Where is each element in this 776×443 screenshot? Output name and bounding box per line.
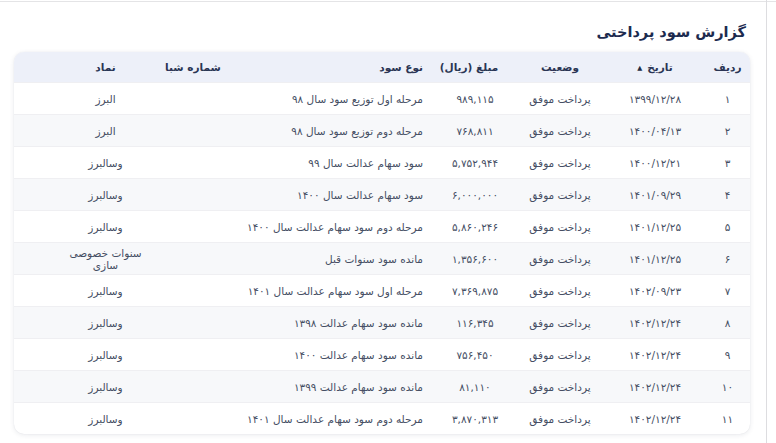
cell-mablagh: ۸۱,۱۱۰ bbox=[423, 371, 515, 403]
cell-radif: ۷ bbox=[705, 275, 750, 307]
cell-shomare_sheba bbox=[153, 147, 233, 179]
dividend-report-table: ردیفتاریخ▲وضعیتمبلغ (ریال)نوع سودشماره ش… bbox=[14, 52, 750, 434]
table-row: ۱۰۱۴۰۲/۱۲/۲۴پرداخت موفق۸۱,۱۱۰مانده سود س… bbox=[14, 371, 750, 403]
cell-namad: وسالبرز bbox=[14, 179, 153, 211]
cell-shomare_sheba bbox=[153, 403, 233, 435]
cell-shomare_sheba bbox=[153, 371, 233, 403]
cell-vaziat: پرداخت موفق bbox=[515, 243, 605, 275]
cell-tarikh: ۱۴۰۲/۱۲/۲۴ bbox=[605, 307, 705, 339]
page-side-border bbox=[766, 0, 767, 443]
cell-vaziat: پرداخت موفق bbox=[515, 179, 605, 211]
cell-nooe_sood: مانده سود سهام عدالت ۱۴۰۰ bbox=[233, 339, 423, 371]
table-row: ۲۱۴۰۰/۰۴/۱۳پرداخت موفق۷۶۸,۸۱۱مرحله دوم ت… bbox=[14, 115, 750, 147]
report-table-card: ردیفتاریخ▲وضعیتمبلغ (ریال)نوع سودشماره ش… bbox=[14, 52, 750, 434]
cell-mablagh: ۵,۸۶۰,۲۴۶ bbox=[423, 211, 515, 243]
cell-radif: ۸ bbox=[705, 307, 750, 339]
table-header-row: ردیفتاریخ▲وضعیتمبلغ (ریال)نوع سودشماره ش… bbox=[14, 52, 750, 83]
sort-ascending-icon[interactable]: ▲ bbox=[637, 64, 642, 72]
column-header-label: تاریخ bbox=[647, 61, 672, 73]
table-row: ۷۱۴۰۲/۰۹/۲۳پرداخت موفق۷,۳۶۹,۸۷۵مرحله اول… bbox=[14, 275, 750, 307]
cell-tarikh: ۱۴۰۱/۰۹/۲۹ bbox=[605, 179, 705, 211]
cell-shomare_sheba bbox=[153, 179, 233, 211]
cell-radif: ۴ bbox=[705, 179, 750, 211]
cell-mablagh: ۱,۳۵۶,۶۰۰ bbox=[423, 243, 515, 275]
column-header-tarikh[interactable]: تاریخ▲ bbox=[605, 52, 705, 83]
table-row: ۱۱۳۹۹/۱۲/۲۸پرداخت موفق۹۸۹,۱۱۵مرحله اول ت… bbox=[14, 83, 750, 115]
cell-shomare_sheba bbox=[153, 115, 233, 147]
cell-shomare_sheba bbox=[153, 339, 233, 371]
cell-vaziat: پرداخت موفق bbox=[515, 275, 605, 307]
cell-radif: ۱۱ bbox=[705, 403, 750, 435]
cell-shomare_sheba bbox=[153, 275, 233, 307]
cell-nooe_sood: مرحله اول سود سهام عدالت سال ۱۴۰۱ bbox=[233, 275, 423, 307]
cell-nooe_sood: سود سهام عدالت سال ۱۴۰۰ bbox=[233, 179, 423, 211]
cell-vaziat: پرداخت موفق bbox=[515, 115, 605, 147]
column-header-mablagh: مبلغ (ریال) bbox=[423, 52, 515, 83]
column-header-shomare_sheba: شماره شبا bbox=[153, 52, 233, 83]
cell-vaziat: پرداخت موفق bbox=[515, 83, 605, 115]
cell-mablagh: ۷۵۶,۴۵۰ bbox=[423, 339, 515, 371]
cell-namad: وسالبرز bbox=[14, 275, 153, 307]
column-header-nooe_sood: نوع سود bbox=[233, 52, 423, 83]
cell-namad: وسالبرز bbox=[14, 403, 153, 435]
cell-namad: وسالبرز bbox=[14, 211, 153, 243]
cell-tarikh: ۱۴۰۲/۰۹/۲۳ bbox=[605, 275, 705, 307]
cell-tarikh: ۱۴۰۱/۱۲/۲۵ bbox=[605, 211, 705, 243]
cell-nooe_sood: مانده سود سهام عدالت ۱۳۹۹ bbox=[233, 371, 423, 403]
cell-radif: ۱۰ bbox=[705, 371, 750, 403]
cell-namad: البرز bbox=[14, 83, 153, 115]
page-top-border bbox=[0, 1, 776, 2]
cell-radif: ۱ bbox=[705, 83, 750, 115]
cell-nooe_sood: سود سهام عدالت سال ۹۹ bbox=[233, 147, 423, 179]
cell-vaziat: پرداخت موفق bbox=[515, 339, 605, 371]
column-header-namad: نماد bbox=[14, 52, 153, 83]
cell-radif: ۹ bbox=[705, 339, 750, 371]
cell-mablagh: ۷۶۸,۸۱۱ bbox=[423, 115, 515, 147]
column-header-label: نوع سود bbox=[379, 61, 423, 73]
cell-radif: ۳ bbox=[705, 147, 750, 179]
cell-tarikh: ۱۴۰۲/۱۲/۲۴ bbox=[605, 339, 705, 371]
cell-mablagh: ۱۱۶,۳۴۵ bbox=[423, 307, 515, 339]
column-header-label: ردیف bbox=[714, 61, 742, 73]
table-row: ۴۱۴۰۱/۰۹/۲۹پرداخت موفق۶,۰۰۰,۰۰۰سود سهام … bbox=[14, 179, 750, 211]
cell-nooe_sood: مرحله اول توزیع سود سال ۹۸ bbox=[233, 83, 423, 115]
cell-vaziat: پرداخت موفق bbox=[515, 211, 605, 243]
cell-nooe_sood: مرحله دوم سود سهام عدالت سال ۱۴۰۱ bbox=[233, 403, 423, 435]
table-row: ۶۱۴۰۱/۱۲/۲۵پرداخت موفق۱,۳۵۶,۶۰۰مانده سود… bbox=[14, 243, 750, 275]
cell-namad: وسالبرز bbox=[14, 339, 153, 371]
table-body: ۱۱۳۹۹/۱۲/۲۸پرداخت موفق۹۸۹,۱۱۵مرحله اول ت… bbox=[14, 83, 750, 435]
table-row: ۸۱۴۰۲/۱۲/۲۴پرداخت موفق۱۱۶,۳۴۵مانده سود س… bbox=[14, 307, 750, 339]
cell-vaziat: پرداخت موفق bbox=[515, 307, 605, 339]
cell-namad: وسالبرز bbox=[14, 371, 153, 403]
table-row: ۳۱۴۰۰/۱۲/۲۱پرداخت موفق۵,۷۵۲,۹۴۴سود سهام … bbox=[14, 147, 750, 179]
cell-tarikh: ۱۳۹۹/۱۲/۲۸ bbox=[605, 83, 705, 115]
cell-vaziat: پرداخت موفق bbox=[515, 147, 605, 179]
cell-radif: ۶ bbox=[705, 243, 750, 275]
cell-radif: ۵ bbox=[705, 211, 750, 243]
cell-tarikh: ۱۴۰۰/۱۲/۲۱ bbox=[605, 147, 705, 179]
cell-namad: البرز bbox=[14, 115, 153, 147]
cell-namad: سنوات خصوصی سازی bbox=[14, 243, 153, 275]
cell-shomare_sheba bbox=[153, 211, 233, 243]
table-row: ۹۱۴۰۲/۱۲/۲۴پرداخت موفق۷۵۶,۴۵۰مانده سود س… bbox=[14, 339, 750, 371]
column-header-label: مبلغ (ریال) bbox=[440, 61, 499, 73]
table-row: ۵۱۴۰۱/۱۲/۲۵پرداخت موفق۵,۸۶۰,۲۴۶مرحله دوم… bbox=[14, 211, 750, 243]
column-header-radif: ردیف bbox=[705, 52, 750, 83]
column-header-vaziat: وضعیت bbox=[515, 52, 605, 83]
cell-nooe_sood: مرحله دوم سود سهام عدالت سال ۱۴۰۰ bbox=[233, 211, 423, 243]
cell-tarikh: ۱۴۰۲/۱۲/۲۴ bbox=[605, 403, 705, 435]
cell-tarikh: ۱۴۰۲/۱۲/۲۴ bbox=[605, 371, 705, 403]
cell-shomare_sheba bbox=[153, 307, 233, 339]
cell-nooe_sood: مرحله دوم توزیع سود سال ۹۸ bbox=[233, 115, 423, 147]
cell-shomare_sheba bbox=[153, 243, 233, 275]
cell-nooe_sood: مانده سود سهام عدالت ۱۳۹۸ bbox=[233, 307, 423, 339]
cell-nooe_sood: مانده سود سنوات قبل bbox=[233, 243, 423, 275]
column-header-label: شماره شبا bbox=[165, 61, 221, 73]
cell-vaziat: پرداخت موفق bbox=[515, 371, 605, 403]
cell-vaziat: پرداخت موفق bbox=[515, 403, 605, 435]
cell-namad: وسالبرز bbox=[14, 147, 153, 179]
cell-mablagh: ۳,۸۷۰,۳۱۳ bbox=[423, 403, 515, 435]
cell-mablagh: ۵,۷۵۲,۹۴۴ bbox=[423, 147, 515, 179]
page-title: گزارش سود پرداختی bbox=[596, 24, 746, 40]
cell-namad: وسالبرز bbox=[14, 307, 153, 339]
